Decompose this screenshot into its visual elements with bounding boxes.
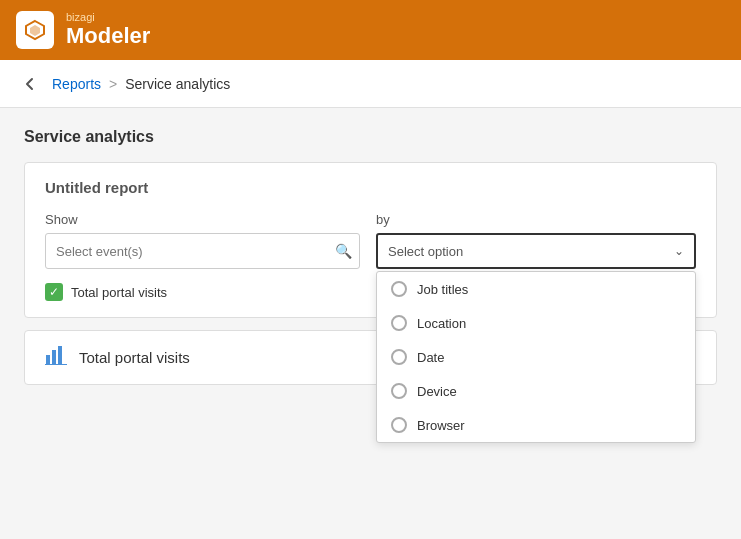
dropdown-item-browser[interactable]: Browser: [377, 408, 695, 442]
report-card: Untitled report Show 🔍 ✓ Total portal vi…: [24, 162, 717, 318]
by-group: by Select option ⌄ Job titles Location: [376, 212, 696, 269]
dropdown-label-location: Location: [417, 316, 466, 331]
breadcrumb-separator: >: [109, 76, 117, 92]
breadcrumb-bar: Reports > Service analytics: [0, 60, 741, 108]
page-content: Service analytics Untitled report Show 🔍…: [0, 108, 741, 405]
search-icon: 🔍: [335, 243, 352, 259]
dropdown-label-date: Date: [417, 350, 444, 365]
radio-date[interactable]: [391, 349, 407, 365]
dropdown-label-job-titles: Job titles: [417, 282, 468, 297]
breadcrumb-reports[interactable]: Reports: [52, 76, 101, 92]
radio-device[interactable]: [391, 383, 407, 399]
page-title: Service analytics: [24, 128, 717, 146]
svg-rect-4: [58, 346, 62, 364]
breadcrumb-current: Service analytics: [125, 76, 230, 92]
select-events-input[interactable]: [45, 233, 360, 269]
logo-icon: [16, 11, 54, 49]
dropdown-item-date[interactable]: Date: [377, 340, 695, 374]
radio-browser[interactable]: [391, 417, 407, 433]
by-label: by: [376, 212, 696, 227]
visits-label: Total portal visits: [79, 349, 190, 366]
svg-rect-2: [46, 355, 50, 364]
svg-marker-1: [30, 25, 40, 36]
checkbox-total-visits[interactable]: ✓: [45, 283, 63, 301]
show-group: Show 🔍 ✓ Total portal visits: [45, 212, 360, 301]
bar-chart-icon: [45, 345, 67, 370]
select-option-text: Select option: [388, 244, 463, 259]
dropdown-label-device: Device: [417, 384, 457, 399]
dropdown-menu: Job titles Location Date Device: [376, 271, 696, 443]
search-input-wrap: 🔍: [45, 233, 360, 269]
dropdown-label-browser: Browser: [417, 418, 465, 433]
select-option-dropdown[interactable]: Select option ⌄: [376, 233, 696, 269]
checkbox-row: ✓ Total portal visits: [45, 283, 360, 301]
report-card-title: Untitled report: [45, 179, 696, 196]
app-header: bizagi Modeler: [0, 0, 741, 60]
header-title: Modeler: [66, 23, 150, 49]
total-portal-visits-label: Total portal visits: [71, 285, 167, 300]
checkmark-icon: ✓: [49, 285, 59, 299]
back-button[interactable]: [16, 70, 44, 98]
dropdown-item-location[interactable]: Location: [377, 306, 695, 340]
radio-location[interactable]: [391, 315, 407, 331]
header-subtitle: bizagi: [66, 11, 150, 23]
radio-job-titles[interactable]: [391, 281, 407, 297]
chevron-down-icon: ⌄: [674, 244, 684, 258]
show-label: Show: [45, 212, 360, 227]
dropdown-item-device[interactable]: Device: [377, 374, 695, 408]
svg-rect-3: [52, 350, 56, 364]
header-title-group: bizagi Modeler: [66, 11, 150, 49]
dropdown-item-job-titles[interactable]: Job titles: [377, 272, 695, 306]
form-row: Show 🔍 ✓ Total portal visits by Select o…: [45, 212, 696, 301]
